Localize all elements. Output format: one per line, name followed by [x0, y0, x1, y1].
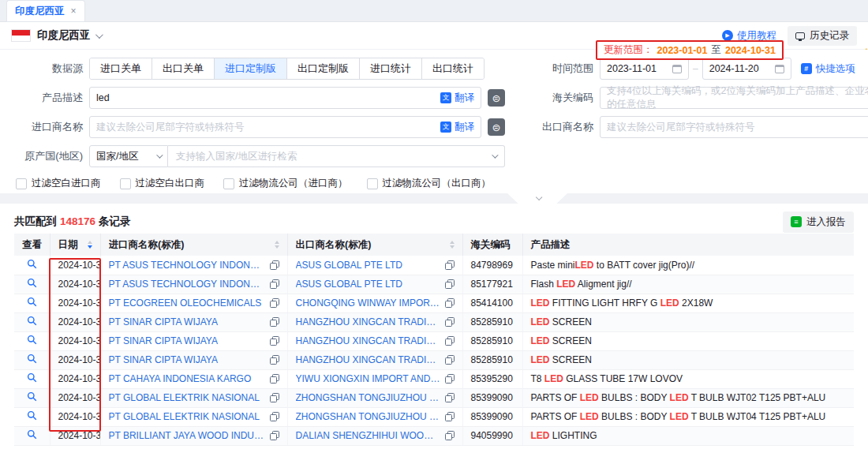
importer-link[interactable]: PT GLOBAL ELEKTRIK NASIONAL [109, 411, 265, 422]
importer-link[interactable]: PT CAHAYA INDONESIA KARGO [109, 373, 265, 384]
checkbox-filter-logistics-importer[interactable]: 过滤物流公司（进口商） [223, 177, 348, 190]
hs-code-label: 海关编码 [505, 91, 600, 105]
tab-import-custom[interactable]: 进口定制版 [214, 58, 286, 79]
view-cell[interactable] [14, 275, 50, 294]
importer-link[interactable]: PT BRILLIANT JAYA WOOD INDUSTRY [109, 430, 265, 441]
translate-button[interactable]: 文 翻译 [440, 92, 474, 105]
enter-report-button[interactable]: ≡ 进入报告 [783, 211, 854, 233]
view-cell[interactable] [14, 294, 50, 312]
exporter-link[interactable]: ASUS GLOBAL PTE LTD [296, 279, 440, 290]
view-cell[interactable] [14, 312, 50, 331]
copy-icon[interactable] [270, 298, 279, 308]
copy-icon[interactable] [270, 431, 279, 440]
importer-link[interactable]: PT GLOBAL ELEKTRIK NASIONAL [109, 392, 265, 403]
copy-icon[interactable] [445, 431, 455, 440]
update-range-label: 更新范围： [604, 43, 653, 57]
table-row: 2024-10-31 PT GLOBAL ELEKTRIK NASIONAL Z… [14, 388, 854, 407]
view-cell[interactable] [14, 388, 50, 407]
hs-code-input[interactable]: 支持4位以上海关编码，或2位海关编码加上产品描述、企业名称的任意信息 [600, 87, 868, 109]
tab-export-custom[interactable]: 出口定制版 [286, 58, 359, 79]
close-icon[interactable]: × [71, 6, 77, 17]
view-cell[interactable] [14, 369, 50, 388]
tab-export-statistics[interactable]: 出口统计 [421, 58, 484, 79]
product-description-cell: LED LIGHTING [522, 426, 854, 445]
exporter-name-input[interactable]: 建议去除公司尾部字符或特殊符号 [600, 116, 868, 138]
date-cell: 2024-10-31 [50, 350, 100, 369]
copy-icon[interactable] [445, 336, 455, 346]
origin-country-select[interactable]: 国家/地区 [89, 145, 168, 167]
copy-icon[interactable] [270, 412, 279, 421]
product-description-input[interactable]: led 文 翻译 [89, 87, 481, 109]
input-history-icon[interactable]: ⊜ [488, 118, 505, 136]
copy-icon[interactable] [270, 260, 279, 270]
quick-options-link[interactable]: # 快捷选项 [801, 62, 855, 76]
exporter-link[interactable]: HANGZHOU XINGCAN TRADING CO LTD [296, 354, 440, 365]
view-cell[interactable] [14, 350, 50, 369]
exporter-link[interactable]: YIWU XIONGXIN IMPORT AND EXPORT... [296, 373, 440, 384]
importer-link[interactable]: PT ECOGREEN OLEOCHEMICALS [109, 297, 265, 309]
view-cell[interactable] [14, 407, 50, 426]
checkbox-icon[interactable] [367, 178, 378, 189]
history-button[interactable]: 历史记录 [788, 26, 857, 46]
importer-link[interactable]: PT SINAR CIPTA WIJAYA [109, 316, 265, 327]
importer-name-input[interactable]: 建议去除公司尾部字符或特殊符号 文 翻译 [89, 116, 481, 138]
copy-icon[interactable] [445, 412, 455, 421]
checkbox-icon[interactable] [16, 178, 27, 189]
checkbox-filter-blank-importer[interactable]: 过滤空白进口商 [16, 177, 101, 190]
col-importer[interactable]: 进口商名称(标准) [100, 234, 287, 256]
input-history-icon[interactable]: ⊜ [488, 89, 505, 107]
copy-icon[interactable] [270, 355, 279, 365]
checkbox-filter-logistics-exporter[interactable]: 过滤物流公司（出口商） [367, 177, 492, 190]
date-cell: 2024-10-31 [50, 407, 100, 426]
origin-country-search-input[interactable]: 支持输入国家/地区进行检索 [168, 145, 505, 167]
exporter-link[interactable]: ZHONGSHAN TONGJIUZHOU INTERNA... [296, 392, 440, 403]
exporter-link[interactable]: HANGZHOU XINGCAN TRADING CO LTD [296, 316, 440, 327]
copy-icon[interactable] [445, 355, 455, 365]
copy-icon[interactable] [445, 393, 455, 402]
tab-export-declarations[interactable]: 出口关单 [152, 58, 214, 79]
exporter-link[interactable]: DALIAN SHENGZHIHUI WOOD INDUST... [296, 430, 440, 441]
tab-import-declarations[interactable]: 进口关单 [90, 58, 152, 79]
country-tab-indonesia[interactable]: 印度尼西亚 × [6, 0, 85, 21]
copy-icon[interactable] [445, 260, 455, 270]
table-row: 2024-10-31 PT ASUS TECHNOLOGY INDONESIA … [14, 256, 854, 275]
importer-link[interactable]: PT ASUS TECHNOLOGY INDONESIA BA... [109, 279, 265, 290]
date-cell: 2024-10-31 [50, 331, 100, 350]
copy-icon[interactable] [445, 298, 455, 308]
copy-icon[interactable] [445, 374, 455, 384]
exporter-link[interactable]: CHONGQING WINWAY IMPORT AND E... [296, 297, 440, 309]
col-exporter[interactable]: 出口商名称(标准) [287, 234, 462, 256]
view-cell[interactable] [14, 256, 50, 275]
view-cell[interactable] [14, 331, 50, 350]
copy-icon[interactable] [270, 317, 279, 327]
checkbox-filter-blank-exporter[interactable]: 过滤空白出口商 [120, 177, 205, 190]
date-from-input[interactable]: 2023-11-01 [600, 58, 689, 80]
exporter-link[interactable]: ASUS GLOBAL PTE LTD [296, 260, 440, 271]
translate-button[interactable]: 文 翻译 [440, 121, 474, 134]
tab-import-statistics[interactable]: 进口统计 [359, 58, 421, 79]
copy-icon[interactable] [270, 279, 279, 289]
importer-link[interactable]: PT SINAR CIPTA WIJAYA [109, 335, 265, 346]
view-cell[interactable] [14, 426, 50, 445]
checkbox-icon[interactable] [120, 178, 131, 189]
checkbox-icon[interactable] [223, 178, 234, 189]
copy-icon[interactable] [270, 393, 279, 402]
magnifier-icon [27, 278, 37, 288]
copy-icon[interactable] [445, 279, 455, 289]
importer-link[interactable]: PT SINAR CIPTA WIJAYA [109, 354, 265, 365]
hs-code-cell: 85177921 [462, 275, 522, 294]
table-row: 2024-10-31 PT SINAR CIPTA WIJAYA HANGZHO… [14, 312, 854, 331]
date-cell: 2024-10-31 [50, 426, 100, 445]
chevron-down-icon[interactable] [95, 31, 103, 39]
exporter-link[interactable]: HANGZHOU XINGCAN TRADING CO LTD [296, 335, 440, 346]
exporter-link[interactable]: ZHONGSHAN TONGJIUZHOU INTERNA... [296, 411, 440, 422]
copy-icon[interactable] [270, 374, 279, 384]
col-date[interactable]: 日期 [50, 234, 100, 256]
copy-icon[interactable] [270, 336, 279, 346]
importer-link[interactable]: PT ASUS TECHNOLOGY INDONESIA BA... [109, 260, 265, 271]
copy-icon[interactable] [445, 317, 455, 327]
hs-code-cell: 85285910 [462, 350, 522, 369]
date-to-input[interactable]: 2024-11-20 [702, 58, 791, 80]
table-row: 2024-10-31 PT SINAR CIPTA WIJAYA HANGZHO… [14, 350, 854, 369]
collapse-panel-handle[interactable] [507, 193, 567, 204]
